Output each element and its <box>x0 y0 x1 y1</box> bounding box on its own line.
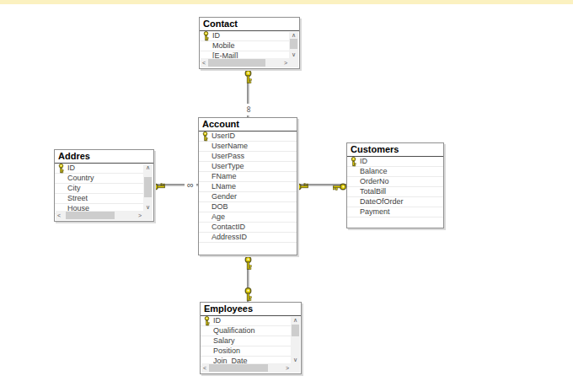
scrollbar-thumb[interactable] <box>292 325 299 336</box>
key-icon <box>244 256 253 274</box>
scroll-left-icon[interactable]: < <box>56 211 62 220</box>
table-row[interactable]: Street <box>55 194 144 204</box>
scroll-right-icon[interactable]: > <box>137 211 143 220</box>
primary-key-icon <box>200 31 212 41</box>
column-name: ID <box>67 164 144 173</box>
scrollbar-thumb[interactable] <box>290 39 297 49</box>
column-name: Qualification <box>213 326 292 336</box>
column-name: ContactID <box>212 223 297 232</box>
table-row[interactable]: UserType <box>199 162 297 172</box>
table-row[interactable]: ContactID <box>199 223 297 233</box>
scroll-down-icon[interactable]: ∨ <box>143 204 153 211</box>
entity-table-employees[interactable]: Employees ID Qualification Salary Positi… <box>200 302 302 374</box>
column-name: Salary <box>213 336 292 346</box>
table-row[interactable]: Position <box>201 346 292 357</box>
column-name: AddressID <box>212 233 297 242</box>
table-row[interactable]: Age <box>199 212 297 223</box>
column-name: ID <box>213 316 292 325</box>
table-row[interactable]: UserName <box>199 142 297 152</box>
column-name: UserName <box>212 142 297 151</box>
vertical-scrollbar[interactable]: ∧ ∨ <box>289 32 298 58</box>
table-row[interactable]: UserID <box>199 132 297 142</box>
table-title[interactable]: Contact <box>200 18 299 31</box>
column-name: DOB <box>212 202 297 212</box>
scrollbar-thumb[interactable] <box>208 59 265 67</box>
scroll-up-icon[interactable]: ∧ <box>289 32 298 39</box>
table-row[interactable]: ID <box>200 31 290 41</box>
column-name: UserPass <box>212 152 297 161</box>
primary-key-icon <box>55 164 67 174</box>
column-name: Mobile <box>212 41 290 51</box>
horizontal-scrollbar[interactable]: < > <box>201 58 289 67</box>
table-row[interactable]: AddressID <box>199 233 297 243</box>
scroll-up-icon[interactable]: ∧ <box>143 164 153 171</box>
table-row[interactable]: ID <box>201 316 292 326</box>
vertical-scrollbar[interactable]: ∧ ∨ <box>291 317 300 363</box>
primary-key-icon <box>201 316 213 326</box>
key-icon <box>329 182 346 191</box>
primary-key-icon <box>347 157 360 167</box>
table-title[interactable]: Account <box>199 118 297 132</box>
entity-table-account[interactable]: Account UserID UserName UserPass UserTyp… <box>198 117 297 255</box>
column-name: Gender <box>212 192 297 201</box>
table-row[interactable]: ID <box>55 164 144 174</box>
entity-table-addres[interactable]: Addres ID Country City Street House ∧ ∨ … <box>54 149 154 222</box>
table-row[interactable]: DateOfOrder <box>347 197 443 207</box>
scrollbar-thumb[interactable] <box>66 212 115 219</box>
scroll-left-icon[interactable]: < <box>201 58 207 67</box>
table-row[interactable]: UserPass <box>199 152 297 162</box>
column-name: Payment <box>360 207 443 217</box>
scrollbar-corner <box>143 211 153 220</box>
column-name: FName <box>212 172 297 181</box>
table-title[interactable]: Employees <box>201 303 301 316</box>
column-name: UserType <box>212 162 297 171</box>
scroll-down-icon[interactable]: ∨ <box>291 357 300 363</box>
table-row[interactable]: ID <box>347 157 443 167</box>
table-row[interactable]: OrderNo <box>347 177 443 187</box>
column-name: Balance <box>360 167 443 176</box>
scroll-left-icon[interactable]: < <box>201 363 208 373</box>
horizontal-scrollbar[interactable]: < > <box>56 211 143 220</box>
table-row[interactable]: Country <box>55 174 144 184</box>
table-row[interactable]: FName <box>199 172 297 182</box>
infinity-icon: ∞ <box>244 104 254 115</box>
column-name: City <box>67 184 144 193</box>
column-name: DateOfOrder <box>360 197 443 207</box>
scrollbar-corner <box>291 363 300 373</box>
scrollbar-thumb[interactable] <box>209 364 268 372</box>
column-name: LName <box>212 182 297 191</box>
table-row[interactable]: TotalBill <box>347 187 443 197</box>
column-name: ID <box>360 157 443 166</box>
table-row[interactable]: Payment <box>347 207 443 217</box>
column-name: Age <box>212 212 297 222</box>
key-icon <box>152 182 169 191</box>
infinity-icon: ∞ <box>185 180 196 191</box>
column-name: TotalBill <box>360 187 443 196</box>
table-row[interactable]: DOB <box>199 202 297 212</box>
top-accent-bar <box>0 0 573 4</box>
table-row[interactable]: City <box>55 184 144 194</box>
table-row[interactable]: LName <box>199 182 297 192</box>
column-name: Country <box>67 174 144 183</box>
table-title[interactable]: Addres <box>55 150 153 164</box>
scrollbar-thumb[interactable] <box>144 177 152 197</box>
scroll-up-icon[interactable]: ∧ <box>291 317 300 324</box>
table-row[interactable]: Balance <box>347 167 443 177</box>
vertical-scrollbar[interactable]: ∧ ∨ <box>143 164 153 211</box>
entity-table-customers[interactable]: Customers ID Balance OrderNo TotalBill D… <box>346 142 444 228</box>
table-row[interactable]: Qualification <box>201 326 292 336</box>
table-row[interactable]: Salary <box>201 336 292 346</box>
key-icon <box>295 182 313 191</box>
column-name: ID <box>212 31 290 40</box>
table-row[interactable]: Mobile <box>200 41 290 51</box>
scroll-right-icon[interactable]: > <box>284 363 291 373</box>
primary-key-icon <box>199 132 212 142</box>
table-row[interactable]: Gender <box>199 192 297 202</box>
column-name: Street <box>67 194 144 203</box>
entity-table-contact[interactable]: Contact ID Mobile [E-Mail] ∧ ∨ < > <box>199 17 300 69</box>
scroll-right-icon[interactable]: > <box>282 58 289 67</box>
table-title[interactable]: Customers <box>347 143 443 157</box>
key-icon <box>244 70 253 88</box>
horizontal-scrollbar[interactable]: < > <box>201 363 291 373</box>
scroll-down-icon[interactable]: ∨ <box>289 51 298 58</box>
